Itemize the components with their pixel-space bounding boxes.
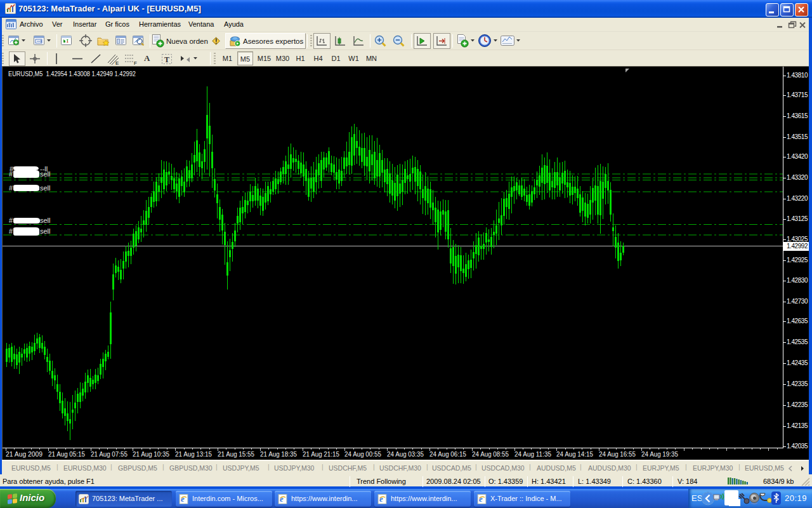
svg-text:24 Aug 14:15: 24 Aug 14:15 (556, 450, 593, 458)
svg-text:21 Aug 21:15: 21 Aug 21:15 (303, 450, 339, 458)
svg-text:F: F (134, 60, 137, 65)
svg-text:21 Aug 10:35: 21 Aug 10:35 (133, 450, 169, 458)
svg-text:24 Aug 06:15: 24 Aug 06:15 (429, 450, 466, 458)
svg-text:24 Aug 03:35: 24 Aug 03:35 (387, 450, 424, 458)
svg-text:#: # (9, 184, 13, 192)
svg-text:24 Aug 16:55: 24 Aug 16:55 (599, 450, 636, 458)
svg-text:21 Aug 15:55: 21 Aug 15:55 (218, 450, 254, 458)
svg-text:21 Aug 18:35: 21 Aug 18:35 (260, 450, 297, 458)
svg-text:24 Aug 19:35: 24 Aug 19:35 (641, 450, 678, 458)
svg-text:21 Aug 07:55: 21 Aug 07:55 (91, 450, 128, 458)
svg-text:sell: sell (40, 227, 51, 235)
svg-text:e: e (379, 494, 383, 504)
svg-text:sell: sell (40, 170, 51, 178)
svg-text:sell: sell (40, 217, 51, 224)
svg-text:24 Aug 08:55: 24 Aug 08:55 (472, 450, 509, 458)
svg-text:24 Aug 11:35: 24 Aug 11:35 (514, 450, 551, 458)
svg-text:#: # (9, 227, 13, 235)
svg-text:21 Aug 13:15: 21 Aug 13:15 (175, 450, 212, 458)
svg-text:sell: sell (40, 184, 51, 192)
svg-text:24 Aug 00:55: 24 Aug 00:55 (344, 450, 381, 458)
svg-text:e: e (181, 494, 185, 504)
svg-text:EURUSD,M5 1.42954 1.43008 1.4: EURUSD,M5 1.42954 1.43008 1.42949 1.4299… (8, 70, 136, 77)
svg-text:21 Aug 05:15: 21 Aug 05:15 (48, 450, 85, 458)
svg-text:e: e (479, 494, 483, 504)
svg-text:#: # (9, 217, 13, 224)
svg-text:E: E (115, 60, 119, 65)
svg-text:e: e (280, 494, 284, 504)
svg-text:T: T (164, 55, 169, 64)
svg-text:21 Aug 2009: 21 Aug 2009 (6, 450, 43, 458)
